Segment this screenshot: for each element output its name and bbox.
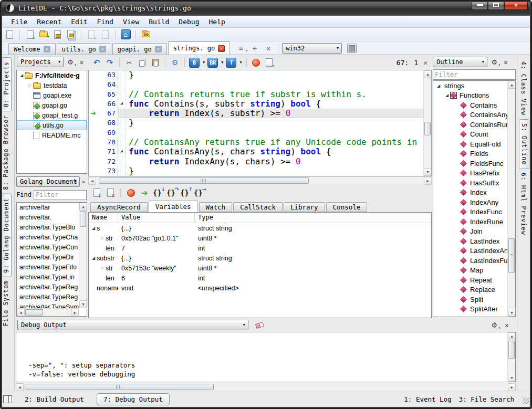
editor-settings-button[interactable]: ⚙ <box>170 57 180 68</box>
outline-row[interactable]: Count <box>433 130 507 140</box>
scrollbar-thumb[interactable] <box>424 122 431 135</box>
menu-item[interactable]: View <box>118 17 144 27</box>
target-combo[interactable]: win32 ▼ <box>282 43 342 54</box>
tree-row[interactable]: README.mc <box>17 130 87 140</box>
close-tab-button[interactable]: ✕ <box>263 43 274 54</box>
list-item[interactable]: archive/tar.TypeCon <box>17 243 79 253</box>
status-right-item[interactable]: 1: Event Log <box>404 395 451 403</box>
tree-expander-icon[interactable]: ◢ <box>444 93 450 98</box>
save-as-button[interactable] <box>86 29 97 40</box>
outline-row[interactable]: Split <box>433 295 507 305</box>
new-tab-button[interactable]: + <box>249 43 260 54</box>
save-file-button[interactable] <box>52 29 62 40</box>
title-bar[interactable]: LiteIDE - C:\Go\src\pkg\strings\strings.… <box>0 0 532 16</box>
editor-tab[interactable]: goapi. go ✕ <box>112 43 167 55</box>
editor-vscrollbar[interactable]: ▲ ▼ <box>423 70 431 176</box>
chevron-down-icon[interactable]: ▼ <box>239 60 242 65</box>
variable-row[interactable]: ◢ substr {...} struct string <box>89 253 431 263</box>
golang-document-combo[interactable]: Golang Document ▼ <box>16 176 80 187</box>
variable-row[interactable]: len 6 int <box>89 273 431 283</box>
tree-row[interactable]: goapi_test.g <box>17 110 87 120</box>
tree-expander-icon[interactable]: ◢ <box>90 226 97 230</box>
tab-close-icon[interactable]: ✕ <box>218 45 225 52</box>
golang-env-button[interactable]: Go <box>141 29 151 40</box>
find-filter-input[interactable] <box>34 190 87 200</box>
menu-item[interactable]: File <box>6 17 32 27</box>
insert-breakpoint-button[interactable]: ↓ <box>91 187 102 198</box>
step-out-button[interactable]: {} <box>180 187 191 198</box>
open-folder-button[interactable] <box>38 29 49 40</box>
outline-row[interactable]: ContainsRune <box>433 120 507 130</box>
menu-item[interactable]: Debug <box>174 17 204 27</box>
outline-row[interactable]: FieldsFunc <box>433 159 507 169</box>
document-list-hscrollbar[interactable]: ◀ ▶ <box>17 308 79 316</box>
tree-row[interactable]: goapi.go <box>17 100 87 110</box>
outline-row[interactable]: HasSuffix <box>433 178 507 188</box>
outline-row[interactable]: SplitAfter <box>433 305 507 314</box>
fold-column[interactable] <box>118 128 126 138</box>
breakpoint-gutter[interactable]: ➜ 69 <box>89 128 118 138</box>
output-vscrollbar[interactable]: ▲ ▼ <box>507 332 515 382</box>
editor-tab[interactable]: utils. go ✕ <box>57 43 111 55</box>
editor-tab[interactable]: strings. go ✕ <box>168 41 230 55</box>
scrollbar-thumb[interactable] <box>508 238 515 273</box>
outline-filter-input[interactable] <box>433 69 516 80</box>
copy-button[interactable] <box>137 57 148 68</box>
side-dock-tab[interactable]: File System <box>1 277 11 330</box>
menu-item[interactable]: Recent <box>32 17 66 27</box>
side-dock-tab[interactable]: 6: Html Preview <box>519 169 528 239</box>
resize-grip[interactable] <box>523 397 529 404</box>
list-item[interactable]: archive/tar.TypeFifo <box>17 263 79 272</box>
build-run-button[interactable]: BR <box>207 58 218 68</box>
fold-column[interactable] <box>118 166 126 176</box>
outline-row[interactable]: Repeat <box>433 275 507 285</box>
outline-row[interactable]: Fields <box>433 149 507 159</box>
continue-button[interactable]: ➜ <box>139 187 150 198</box>
menu-item[interactable]: Help <box>204 17 230 27</box>
tab-close-icon[interactable]: ✕ <box>99 46 106 53</box>
column-header[interactable]: Value <box>118 213 195 223</box>
run-to-line-button[interactable]: {} <box>194 187 204 198</box>
fold-column[interactable] <box>118 99 126 109</box>
redo-button[interactable]: ↷ <box>105 57 115 68</box>
breakpoint-gutter[interactable]: ➜ 72 <box>89 157 118 166</box>
tree-expander-icon[interactable]: ◢ <box>90 256 97 260</box>
variable-row[interactable]: noname void <unspecified> <box>89 283 431 293</box>
outline-row[interactable]: IndexRune <box>433 217 507 227</box>
list-item[interactable]: archive/tar.TypeReg <box>17 292 79 302</box>
outline-row[interactable]: LastIndex <box>433 236 507 246</box>
breakpoint-gutter[interactable]: ➜ 71 <box>89 147 118 156</box>
panel-gear-button[interactable]: ⚙ <box>489 320 499 330</box>
env-button[interactable] <box>347 44 357 53</box>
minimize-button[interactable] <box>472 0 488 10</box>
breakpoint-gutter[interactable]: ➜ 63 <box>89 70 118 80</box>
scrollbar-thumb[interactable] <box>80 211 86 227</box>
tree-expander-icon[interactable]: ▷ <box>99 236 106 240</box>
list-item[interactable]: archive/tar.TypeBlo <box>17 223 79 233</box>
outline-row[interactable]: ContainsAny <box>433 110 507 120</box>
breakpoint-gutter[interactable]: ➜ 66 <box>89 99 118 109</box>
list-item[interactable]: archive/tar <box>17 203 79 213</box>
breakpoint-gutter[interactable]: ➜ 68 <box>89 118 118 128</box>
outline-combo[interactable]: Outline ▼ <box>433 57 487 67</box>
tree-row[interactable]: goapi.exe <box>17 90 87 100</box>
breakpoint-gutter[interactable]: ➜ 65 <box>89 90 118 99</box>
code-editor[interactable]: ➜ 63 } ➜ 64 ➜ <box>88 70 432 176</box>
output-hscrollbar[interactable]: ◀ ▶ <box>16 383 516 391</box>
breakpoint-gutter[interactable]: ➜ 67 <box>89 109 118 118</box>
column-header[interactable]: Type <box>195 213 431 223</box>
outline-row[interactable]: ◢ strings <box>433 81 507 91</box>
variable-row[interactable]: len 7 int <box>89 243 431 253</box>
list-item[interactable]: archive/tar.TypeDir <box>17 253 79 263</box>
undo-button[interactable]: ↶ <box>91 57 102 68</box>
panel-gear-button[interactable]: ⚙ <box>66 57 75 67</box>
panel-close-button[interactable]: ✕ <box>77 57 86 67</box>
open-file-button[interactable] <box>25 29 35 40</box>
tree-expander-icon[interactable]: ◢ <box>435 83 442 88</box>
document-list-vscrollbar[interactable]: ▲ ▼ <box>79 203 87 308</box>
panel-close-button[interactable]: ✕ <box>501 57 510 67</box>
tree-row[interactable]: ▷ testdata <box>17 80 87 90</box>
editor-close-button[interactable]: ✕ <box>423 59 427 67</box>
tree-expander-icon[interactable]: ◢ <box>18 73 25 78</box>
outline-row[interactable]: Map <box>433 266 507 276</box>
